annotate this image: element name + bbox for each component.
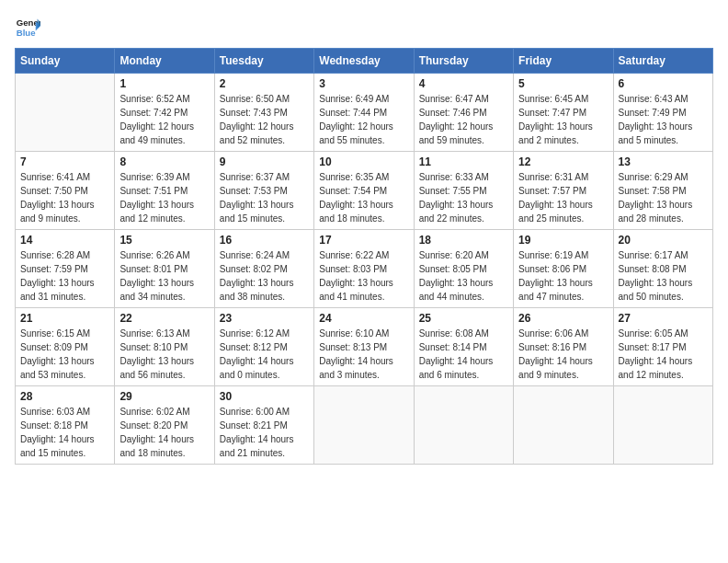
calendar-week-row: 28Sunrise: 6:03 AM Sunset: 8:18 PM Dayli… xyxy=(16,386,713,465)
calendar-cell: 2Sunrise: 6:50 AM Sunset: 7:43 PM Daylig… xyxy=(214,74,313,152)
calendar-cell: 10Sunrise: 6:35 AM Sunset: 7:54 PM Dayli… xyxy=(314,152,414,230)
calendar-cell: 26Sunrise: 6:06 AM Sunset: 8:16 PM Dayli… xyxy=(514,308,613,386)
weekday-header: Sunday xyxy=(16,49,115,74)
day-number: 19 xyxy=(518,234,608,247)
calendar-table: SundayMondayTuesdayWednesdayThursdayFrid… xyxy=(15,48,713,465)
calendar-cell: 14Sunrise: 6:28 AM Sunset: 7:59 PM Dayli… xyxy=(16,230,115,308)
day-number: 21 xyxy=(20,312,109,325)
day-number: 18 xyxy=(419,234,508,247)
calendar-cell: 24Sunrise: 6:10 AM Sunset: 8:13 PM Dayli… xyxy=(314,308,414,386)
day-number: 22 xyxy=(119,312,209,325)
calendar-cell: 20Sunrise: 6:17 AM Sunset: 8:08 PM Dayli… xyxy=(613,230,712,308)
calendar-cell: 3Sunrise: 6:49 AM Sunset: 7:44 PM Daylig… xyxy=(314,74,414,152)
svg-text:Blue: Blue xyxy=(17,28,36,38)
calendar-cell: 16Sunrise: 6:24 AM Sunset: 8:02 PM Dayli… xyxy=(214,230,313,308)
day-number: 29 xyxy=(119,390,209,403)
weekday-header: Friday xyxy=(514,49,613,74)
calendar-header-row: SundayMondayTuesdayWednesdayThursdayFrid… xyxy=(16,49,713,74)
day-number: 8 xyxy=(119,155,209,168)
calendar-cell: 22Sunrise: 6:13 AM Sunset: 8:10 PM Dayli… xyxy=(115,308,214,386)
day-number: 9 xyxy=(220,155,309,168)
calendar-cell: 13Sunrise: 6:29 AM Sunset: 7:58 PM Dayli… xyxy=(613,152,712,230)
day-number: 7 xyxy=(20,155,109,168)
day-info: Sunrise: 6:43 AM Sunset: 7:49 PM Dayligh… xyxy=(619,92,708,147)
calendar-cell: 15Sunrise: 6:26 AM Sunset: 8:01 PM Dayli… xyxy=(115,230,214,308)
day-info: Sunrise: 6:17 AM Sunset: 8:08 PM Dayligh… xyxy=(619,248,708,304)
day-info: Sunrise: 6:03 AM Sunset: 8:18 PM Dayligh… xyxy=(20,405,109,460)
day-number: 3 xyxy=(319,77,408,90)
calendar-week-row: 14Sunrise: 6:28 AM Sunset: 7:59 PM Dayli… xyxy=(16,230,713,308)
day-number: 1 xyxy=(119,77,209,90)
day-info: Sunrise: 6:47 AM Sunset: 7:46 PM Dayligh… xyxy=(419,92,508,147)
calendar-cell: 4Sunrise: 6:47 AM Sunset: 7:46 PM Daylig… xyxy=(414,74,513,152)
day-number: 14 xyxy=(20,234,109,247)
day-number: 17 xyxy=(319,234,408,247)
day-info: Sunrise: 6:02 AM Sunset: 8:20 PM Dayligh… xyxy=(119,405,209,460)
calendar-cell: 7Sunrise: 6:41 AM Sunset: 7:50 PM Daylig… xyxy=(16,152,115,230)
day-number: 4 xyxy=(419,77,508,90)
page-header: General Blue xyxy=(15,15,713,40)
calendar-cell: 27Sunrise: 6:05 AM Sunset: 8:17 PM Dayli… xyxy=(613,308,712,386)
day-number: 15 xyxy=(119,234,209,247)
day-info: Sunrise: 6:05 AM Sunset: 8:17 PM Dayligh… xyxy=(619,327,708,382)
day-info: Sunrise: 6:33 AM Sunset: 7:55 PM Dayligh… xyxy=(419,170,508,225)
weekday-header: Monday xyxy=(115,49,214,74)
day-number: 10 xyxy=(319,155,408,168)
day-number: 24 xyxy=(319,312,408,325)
day-info: Sunrise: 6:28 AM Sunset: 7:59 PM Dayligh… xyxy=(20,248,109,304)
day-number: 23 xyxy=(220,312,309,325)
day-number: 12 xyxy=(518,155,608,168)
day-number: 5 xyxy=(518,77,608,90)
calendar-cell: 1Sunrise: 6:52 AM Sunset: 7:42 PM Daylig… xyxy=(115,74,214,152)
calendar-cell: 6Sunrise: 6:43 AM Sunset: 7:49 PM Daylig… xyxy=(613,74,712,152)
calendar-cell xyxy=(414,386,513,465)
day-number: 16 xyxy=(220,234,309,247)
calendar-cell: 17Sunrise: 6:22 AM Sunset: 8:03 PM Dayli… xyxy=(314,230,414,308)
calendar-cell: 18Sunrise: 6:20 AM Sunset: 8:05 PM Dayli… xyxy=(414,230,513,308)
calendar-cell: 21Sunrise: 6:15 AM Sunset: 8:09 PM Dayli… xyxy=(16,308,115,386)
day-info: Sunrise: 6:50 AM Sunset: 7:43 PM Dayligh… xyxy=(220,92,309,147)
calendar-cell: 29Sunrise: 6:02 AM Sunset: 8:20 PM Dayli… xyxy=(115,386,214,465)
day-info: Sunrise: 6:22 AM Sunset: 8:03 PM Dayligh… xyxy=(319,248,408,304)
day-number: 13 xyxy=(619,155,708,168)
day-info: Sunrise: 6:52 AM Sunset: 7:42 PM Dayligh… xyxy=(119,92,209,147)
weekday-header: Thursday xyxy=(414,49,513,74)
calendar-cell xyxy=(314,386,414,465)
day-info: Sunrise: 6:10 AM Sunset: 8:13 PM Dayligh… xyxy=(319,327,408,382)
day-number: 20 xyxy=(619,234,708,247)
day-info: Sunrise: 6:13 AM Sunset: 8:10 PM Dayligh… xyxy=(119,327,209,382)
calendar-cell: 19Sunrise: 6:19 AM Sunset: 8:06 PM Dayli… xyxy=(514,230,613,308)
day-info: Sunrise: 6:31 AM Sunset: 7:57 PM Dayligh… xyxy=(518,170,608,225)
calendar-cell: 25Sunrise: 6:08 AM Sunset: 8:14 PM Dayli… xyxy=(414,308,513,386)
calendar-cell: 23Sunrise: 6:12 AM Sunset: 8:12 PM Dayli… xyxy=(214,308,313,386)
calendar-cell xyxy=(514,386,613,465)
day-number: 11 xyxy=(419,155,508,168)
day-info: Sunrise: 6:19 AM Sunset: 8:06 PM Dayligh… xyxy=(518,248,608,304)
day-info: Sunrise: 6:24 AM Sunset: 8:02 PM Dayligh… xyxy=(220,248,309,304)
calendar-cell: 5Sunrise: 6:45 AM Sunset: 7:47 PM Daylig… xyxy=(514,74,613,152)
day-number: 30 xyxy=(220,390,309,403)
logo-icon: General Blue xyxy=(15,15,40,40)
day-number: 25 xyxy=(419,312,508,325)
weekday-header: Saturday xyxy=(613,49,712,74)
day-info: Sunrise: 6:41 AM Sunset: 7:50 PM Dayligh… xyxy=(20,170,109,225)
day-info: Sunrise: 6:26 AM Sunset: 8:01 PM Dayligh… xyxy=(119,248,209,304)
day-info: Sunrise: 6:37 AM Sunset: 7:53 PM Dayligh… xyxy=(220,170,309,225)
calendar-cell: 9Sunrise: 6:37 AM Sunset: 7:53 PM Daylig… xyxy=(214,152,313,230)
calendar-week-row: 1Sunrise: 6:52 AM Sunset: 7:42 PM Daylig… xyxy=(16,74,713,152)
day-info: Sunrise: 6:29 AM Sunset: 7:58 PM Dayligh… xyxy=(619,170,708,225)
weekday-header: Wednesday xyxy=(314,49,414,74)
day-info: Sunrise: 6:45 AM Sunset: 7:47 PM Dayligh… xyxy=(518,92,608,147)
day-info: Sunrise: 6:35 AM Sunset: 7:54 PM Dayligh… xyxy=(319,170,408,225)
calendar-cell: 8Sunrise: 6:39 AM Sunset: 7:51 PM Daylig… xyxy=(115,152,214,230)
day-info: Sunrise: 6:12 AM Sunset: 8:12 PM Dayligh… xyxy=(220,327,309,382)
calendar-week-row: 21Sunrise: 6:15 AM Sunset: 8:09 PM Dayli… xyxy=(16,308,713,386)
day-info: Sunrise: 6:00 AM Sunset: 8:21 PM Dayligh… xyxy=(220,405,309,460)
calendar-cell: 28Sunrise: 6:03 AM Sunset: 8:18 PM Dayli… xyxy=(16,386,115,465)
calendar-week-row: 7Sunrise: 6:41 AM Sunset: 7:50 PM Daylig… xyxy=(16,152,713,230)
day-number: 2 xyxy=(220,77,309,90)
day-info: Sunrise: 6:08 AM Sunset: 8:14 PM Dayligh… xyxy=(419,327,508,382)
day-number: 26 xyxy=(518,312,608,325)
day-info: Sunrise: 6:49 AM Sunset: 7:44 PM Dayligh… xyxy=(319,92,408,147)
calendar-cell: 12Sunrise: 6:31 AM Sunset: 7:57 PM Dayli… xyxy=(514,152,613,230)
